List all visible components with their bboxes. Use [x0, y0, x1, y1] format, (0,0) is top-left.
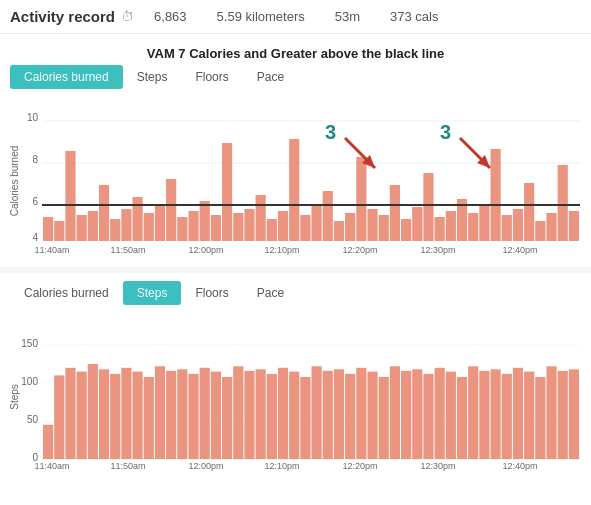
svg-rect-123 — [558, 371, 568, 459]
svg-rect-100 — [300, 377, 310, 459]
svg-text:11:40am: 11:40am — [34, 461, 69, 471]
svg-rect-53 — [546, 213, 556, 241]
svg-text:Calories burned: Calories burned — [10, 146, 20, 217]
svg-text:11:50am: 11:50am — [110, 245, 145, 255]
svg-text:100: 100 — [21, 376, 38, 387]
page-title: Activity record — [10, 8, 115, 25]
chart2-svg: Steps 150 100 50 0 11:40am 11:50am 12:00… — [10, 307, 581, 472]
svg-rect-51 — [524, 183, 534, 241]
svg-text:11:50am: 11:50am — [110, 461, 145, 471]
clock-icon: ⏱ — [121, 9, 134, 24]
svg-rect-98 — [278, 368, 288, 459]
svg-rect-97 — [267, 374, 277, 459]
tab-floors-1[interactable]: Floors — [181, 65, 242, 89]
svg-rect-85 — [133, 372, 143, 459]
svg-rect-82 — [99, 369, 109, 459]
svg-rect-106 — [367, 372, 377, 459]
chart1-section: VAM 7 Calories and Greater above the bla… — [0, 42, 591, 259]
svg-rect-54 — [558, 165, 568, 241]
svg-rect-13 — [99, 185, 109, 241]
svg-rect-28 — [267, 219, 277, 241]
svg-rect-26 — [244, 209, 254, 241]
svg-rect-42 — [423, 173, 433, 241]
svg-text:12:00pm: 12:00pm — [188, 245, 223, 255]
svg-text:12:40pm: 12:40pm — [502, 461, 537, 471]
svg-rect-121 — [535, 377, 545, 459]
svg-rect-80 — [77, 372, 87, 459]
svg-rect-113 — [446, 372, 456, 459]
svg-rect-31 — [300, 215, 310, 241]
svg-rect-79 — [65, 368, 75, 459]
svg-rect-91 — [200, 368, 210, 459]
svg-text:12:20pm: 12:20pm — [342, 245, 377, 255]
svg-rect-11 — [77, 215, 87, 241]
svg-rect-96 — [256, 369, 266, 459]
chart2-tabs: Calories burned Steps Floors Pace — [10, 281, 581, 305]
svg-text:12:00pm: 12:00pm — [188, 461, 223, 471]
svg-rect-86 — [144, 377, 154, 459]
svg-rect-16 — [133, 197, 143, 241]
svg-rect-90 — [188, 374, 198, 459]
badge1: 3 — [325, 121, 336, 144]
stat-distance: 5.59 kilometers — [217, 9, 305, 24]
tab-floors-2[interactable]: Floors — [181, 281, 242, 305]
svg-rect-92 — [211, 372, 221, 459]
svg-rect-24 — [222, 143, 232, 241]
svg-rect-83 — [110, 374, 120, 459]
svg-rect-12 — [88, 211, 98, 241]
svg-rect-10 — [65, 151, 75, 241]
stat-time: 53m — [335, 9, 360, 24]
svg-rect-20 — [177, 217, 187, 241]
svg-text:4: 4 — [32, 232, 38, 243]
tab-steps-2[interactable]: Steps — [123, 281, 182, 305]
badge2-value: 3 — [440, 121, 451, 143]
svg-rect-88 — [166, 371, 176, 459]
tab-calories-burned-2[interactable]: Calories burned — [10, 281, 123, 305]
svg-text:12:30pm: 12:30pm — [420, 461, 455, 471]
svg-rect-117 — [491, 369, 501, 459]
svg-rect-39 — [390, 185, 400, 241]
arrow2 — [455, 133, 495, 176]
svg-text:6: 6 — [32, 196, 38, 207]
svg-rect-118 — [502, 374, 512, 459]
svg-rect-81 — [88, 364, 98, 459]
chart2-wrapper: Steps 150 100 50 0 11:40am 11:50am 12:00… — [10, 307, 581, 475]
svg-rect-32 — [312, 205, 322, 241]
svg-rect-8 — [43, 217, 53, 241]
svg-rect-46 — [468, 213, 478, 241]
svg-text:12:40pm: 12:40pm — [502, 245, 537, 255]
chart1-svg: Calories burned 10 8 6 4 11:40am 11:50am… — [10, 91, 581, 256]
svg-rect-52 — [535, 221, 545, 241]
svg-rect-114 — [457, 377, 467, 459]
svg-text:12:10pm: 12:10pm — [264, 461, 299, 471]
chart2-section: Calories burned Steps Floors Pace Steps … — [0, 281, 591, 475]
svg-rect-105 — [356, 368, 366, 459]
svg-text:12:20pm: 12:20pm — [342, 461, 377, 471]
tab-steps-1[interactable]: Steps — [123, 65, 182, 89]
svg-rect-34 — [334, 221, 344, 241]
svg-rect-23 — [211, 215, 221, 241]
svg-rect-35 — [345, 213, 355, 241]
svg-rect-22 — [200, 201, 210, 241]
svg-rect-111 — [423, 374, 433, 459]
svg-rect-103 — [334, 369, 344, 459]
svg-rect-25 — [233, 213, 243, 241]
tab-pace-2[interactable]: Pace — [243, 281, 298, 305]
header: Activity record ⏱ 6,863 5.59 kilometers … — [0, 0, 591, 34]
tab-calories-burned-1[interactable]: Calories burned — [10, 65, 123, 89]
svg-rect-29 — [278, 211, 288, 241]
stat-steps: 6,863 — [154, 9, 187, 24]
tab-pace-1[interactable]: Pace — [243, 65, 298, 89]
svg-rect-84 — [121, 368, 131, 459]
chart1-wrapper: Calories burned 10 8 6 4 11:40am 11:50am… — [10, 91, 581, 259]
svg-rect-18 — [155, 205, 165, 241]
svg-rect-30 — [289, 139, 299, 241]
svg-text:10: 10 — [27, 112, 39, 123]
svg-rect-102 — [323, 371, 333, 459]
svg-rect-112 — [435, 368, 445, 459]
svg-rect-14 — [110, 219, 120, 241]
annotation-text: VAM 7 Calories and Greater above the bla… — [10, 42, 581, 65]
svg-rect-38 — [379, 215, 389, 241]
badge1-value: 3 — [325, 121, 336, 143]
svg-rect-124 — [569, 369, 579, 459]
